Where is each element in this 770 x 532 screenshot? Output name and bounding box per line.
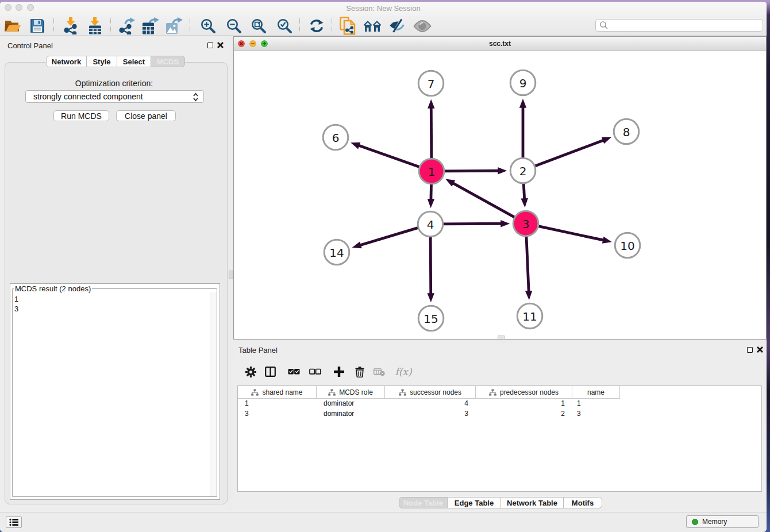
- add-row-button[interactable]: [328, 362, 350, 381]
- export-network-button[interactable]: [117, 16, 137, 36]
- column-header-successor-nodes[interactable]: successor nodes: [385, 386, 476, 399]
- column-header-label: shared name: [262, 388, 302, 396]
- graph-edge-1-4[interactable]: [431, 182, 432, 201]
- search-input[interactable]: [609, 20, 763, 30]
- new-network-from-selection-button[interactable]: [337, 16, 358, 36]
- deselect-all-button[interactable]: [304, 362, 326, 381]
- column-header-label: MCDS role: [339, 388, 373, 396]
- show-eye-icon: [413, 20, 432, 32]
- control-tab-style[interactable]: Style: [87, 56, 117, 67]
- zoom-in-button[interactable]: [198, 16, 218, 36]
- graph-edge-1-6[interactable]: [357, 145, 421, 168]
- column-header-shared-name[interactable]: shared name: [238, 386, 317, 399]
- table-cell[interactable]: 1: [476, 399, 565, 408]
- criterion-select[interactable]: strongly connected component: [25, 90, 204, 103]
- memory-button[interactable]: Memory: [686, 515, 759, 528]
- import-network-button[interactable]: [60, 16, 81, 36]
- deselect-all-icon: [309, 368, 321, 376]
- graph-node-label: 8: [623, 125, 630, 139]
- graph-edge-arrowhead: [428, 293, 434, 302]
- result-scrollbar[interactable]: [210, 292, 217, 496]
- graph-node-label: 7: [428, 77, 435, 91]
- graph-edge-arrowhead: [602, 137, 611, 144]
- column-header-name[interactable]: name: [572, 386, 620, 399]
- table-tab-motifs[interactable]: Motifs: [564, 497, 602, 508]
- table-cell[interactable]: 1: [245, 399, 317, 408]
- control-tab-mcds[interactable]: MCDS: [151, 56, 185, 67]
- delete-table-button[interactable]: [368, 362, 390, 381]
- graph-edge-4-14[interactable]: [359, 227, 420, 245]
- result-lines: 13: [14, 294, 18, 314]
- window-titlebar: Session: New Session: [0, 2, 767, 16]
- splitter-grip[interactable]: [229, 271, 233, 279]
- table-tab-network-table[interactable]: Network Table: [501, 497, 564, 508]
- control-tab-network[interactable]: Network: [46, 56, 87, 67]
- column-header-predecessor-nodes[interactable]: predecessor nodes: [476, 386, 572, 399]
- table-settings-button[interactable]: [240, 362, 261, 381]
- export-table-button[interactable]: [140, 16, 161, 36]
- columns-icon: [265, 367, 276, 377]
- zoom-selected-button[interactable]: [274, 16, 295, 36]
- table-cell[interactable]: 3: [385, 409, 468, 419]
- graph-edge-4-3[interactable]: [441, 223, 502, 224]
- float-panel-icon[interactable]: [207, 43, 213, 48]
- zoom-out-button[interactable]: [224, 16, 244, 36]
- apply-layout-button[interactable]: [306, 16, 327, 36]
- graph-edge-1-2[interactable]: [442, 171, 499, 171]
- close-panel-icon[interactable]: [217, 41, 224, 49]
- column-header-MCDS-role[interactable]: MCDS role: [317, 386, 385, 399]
- hide-selected-button[interactable]: [387, 16, 407, 36]
- graph-edge-2-3[interactable]: [523, 182, 525, 200]
- export-table-icon: [142, 17, 159, 34]
- import-table-button[interactable]: [84, 16, 105, 36]
- close-table-panel-icon[interactable]: [756, 346, 764, 353]
- table-cell[interactable]: 1: [577, 399, 620, 408]
- copy-network-icon: [340, 17, 356, 35]
- run-mcds-button[interactable]: Run MCDS: [53, 110, 109, 121]
- table-tab-node-table[interactable]: Node Table: [399, 497, 448, 508]
- graph-edge-3-11[interactable]: [526, 234, 529, 292]
- mcds-result-box: MCDS result (2 nodes) 13: [10, 283, 220, 500]
- save-session-button[interactable]: [27, 16, 48, 36]
- select-all-button[interactable]: [283, 362, 305, 381]
- graph-edge-arrowhead: [602, 237, 612, 244]
- table-cell[interactable]: 3: [245, 409, 317, 419]
- float-table-panel-icon[interactable]: [747, 347, 753, 353]
- export-image-button[interactable]: [164, 16, 184, 36]
- column-view-button[interactable]: [259, 362, 281, 381]
- network-window-grip[interactable]: [498, 336, 505, 339]
- main-toolbar: [0, 16, 767, 36]
- control-tab-select[interactable]: Select: [117, 56, 151, 67]
- first-neighbors-button[interactable]: [362, 16, 383, 36]
- network-graph-canvas[interactable]: 1234678910111415: [234, 51, 766, 339]
- table-cell[interactable]: 4: [385, 399, 468, 408]
- graph-node-label: 14: [329, 246, 344, 260]
- close-panel-button[interactable]: Close panel: [116, 110, 176, 121]
- table-cell[interactable]: 2: [476, 409, 565, 419]
- fit-content-button[interactable]: [248, 16, 269, 36]
- table-cell[interactable]: dominator: [324, 409, 385, 419]
- task-history-button[interactable]: [6, 516, 22, 528]
- show-all-button[interactable]: [412, 16, 433, 36]
- function-builder-button[interactable]: f(x): [390, 362, 417, 381]
- table-tab-edge-table[interactable]: Edge Table: [448, 497, 501, 508]
- trash-icon: [355, 366, 365, 377]
- graph-edge-1-7[interactable]: [431, 107, 432, 160]
- graph-edge-4-15[interactable]: [430, 235, 431, 295]
- network-window-titlebar[interactable]: scc.txt: [234, 37, 766, 51]
- memory-status-icon: [692, 519, 698, 525]
- delete-row-button[interactable]: [349, 362, 371, 381]
- memory-label: Memory: [702, 518, 727, 526]
- control-panel-tabs: NetworkStyleSelectMCDS: [46, 56, 185, 67]
- graph-edge-3-10[interactable]: [536, 226, 605, 240]
- graph-edge-2-8[interactable]: [533, 140, 605, 167]
- hide-eye-icon: [389, 18, 405, 33]
- network-view-title: scc.txt: [234, 40, 766, 48]
- graph-edge-3-1[interactable]: [452, 183, 517, 218]
- table-cell[interactable]: 3: [577, 409, 620, 419]
- graph-edge-arrowhead: [521, 198, 528, 207]
- table-cell[interactable]: dominator: [324, 399, 385, 408]
- open-session-button[interactable]: [2, 16, 23, 36]
- graph-node-label: 6: [332, 131, 340, 145]
- criterion-value: strongly connected component: [33, 92, 143, 101]
